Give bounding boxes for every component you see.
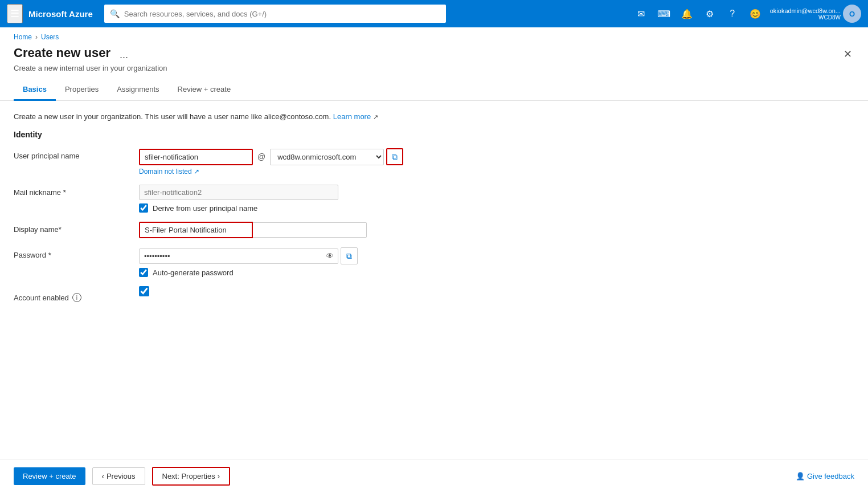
users-breadcrumb[interactable]: Users bbox=[41, 33, 59, 41]
upn-row: User principal name @ wcd8w.onmicrosoft.… bbox=[14, 148, 854, 176]
derive-checkbox-row: Derive from user principal name bbox=[139, 203, 481, 213]
cloud-shell-icon[interactable]: ⌨ bbox=[654, 3, 674, 24]
mail-nickname-input[interactable] bbox=[139, 185, 338, 200]
show-password-button[interactable]: 👁 bbox=[326, 251, 334, 260]
auto-generate-row: Auto-generate password bbox=[139, 268, 481, 277]
main-content: Home › Users Create new user ... ✕ Creat… bbox=[0, 27, 868, 459]
help-icon[interactable]: ? bbox=[722, 3, 743, 24]
copy-upn-button[interactable]: ⧉ bbox=[386, 148, 403, 165]
display-name-control bbox=[139, 222, 481, 238]
display-name-row: Display name* bbox=[14, 222, 854, 238]
nav-icons: ✉ ⌨ 🔔 ⚙ ? 😊 okiokadmin@wcd8w.on... WCD8W… bbox=[631, 3, 861, 24]
notifications-icon[interactable]: 🔔 bbox=[677, 3, 697, 24]
at-sign: @ bbox=[255, 152, 268, 161]
hamburger-menu[interactable]: ☰ bbox=[7, 4, 23, 23]
account-enabled-row: Account enabled i bbox=[14, 286, 854, 302]
external-link-icon: ↗ bbox=[373, 113, 378, 120]
form-info-text: Create a new user in your organization. … bbox=[14, 112, 854, 121]
learn-more-link[interactable]: Learn more bbox=[333, 112, 371, 121]
tab-properties[interactable]: Properties bbox=[56, 79, 108, 101]
search-input[interactable] bbox=[124, 10, 440, 18]
give-feedback-link[interactable]: 👤 Give feedback bbox=[796, 472, 854, 480]
account-enabled-control bbox=[139, 286, 481, 298]
breadcrumb-sep1: › bbox=[35, 33, 38, 41]
password-input[interactable] bbox=[139, 248, 338, 264]
display-name-input-row bbox=[139, 222, 481, 238]
identity-section-title: Identity bbox=[14, 130, 854, 139]
user-info: okiokadmin@wcd8w.on... WCD8W bbox=[770, 7, 841, 21]
page-header: Create new user ... ✕ bbox=[0, 43, 868, 63]
review-create-button[interactable]: Review + create bbox=[14, 467, 85, 485]
close-button[interactable]: ✕ bbox=[841, 46, 854, 63]
search-bar: 🔍 bbox=[104, 5, 446, 23]
settings-icon[interactable]: ⚙ bbox=[699, 3, 720, 24]
email-icon[interactable]: ✉ bbox=[631, 3, 652, 24]
user-name: okiokadmin@wcd8w.on... bbox=[770, 7, 841, 14]
copy-password-icon: ⧉ bbox=[346, 251, 352, 261]
derive-checkbox[interactable] bbox=[139, 203, 148, 213]
upn-input-row: @ wcd8w.onmicrosoft.com ⧉ bbox=[139, 148, 481, 165]
copy-icon: ⧉ bbox=[392, 152, 398, 162]
account-enabled-label-wrap: Account enabled i bbox=[14, 286, 139, 302]
mail-nickname-control: Derive from user principal name bbox=[139, 185, 481, 213]
mail-nickname-label: Mail nickname * bbox=[14, 185, 139, 197]
display-name-input-part1[interactable] bbox=[139, 222, 253, 238]
more-options-button[interactable]: ... bbox=[116, 48, 132, 62]
copy-password-button[interactable]: ⧉ bbox=[341, 247, 358, 264]
brand-name: Microsoft Azure bbox=[28, 9, 93, 19]
password-row: Password * 👁 ⧉ Auto-generate password bbox=[14, 247, 854, 277]
feedback-nav-icon[interactable]: 😊 bbox=[745, 3, 765, 24]
bottom-bar: Review + create ‹ Previous Next: Propert… bbox=[0, 459, 868, 493]
previous-button[interactable]: ‹ Previous bbox=[92, 467, 145, 485]
chevron-right-icon: › bbox=[218, 472, 220, 480]
feedback-person-icon: 👤 bbox=[796, 472, 805, 480]
password-input-row: 👁 ⧉ bbox=[139, 247, 481, 264]
password-label: Password * bbox=[14, 247, 139, 259]
upn-control: @ wcd8w.onmicrosoft.com ⧉ Domain not lis… bbox=[139, 148, 481, 176]
avatar[interactable]: O bbox=[843, 5, 861, 23]
external-link-small-icon: ↗ bbox=[194, 168, 199, 176]
chevron-left-icon: ‹ bbox=[102, 472, 104, 480]
tab-review-create[interactable]: Review + create bbox=[169, 79, 240, 101]
password-input-wrapper: 👁 bbox=[139, 248, 338, 264]
next-button[interactable]: Next: Properties › bbox=[152, 467, 231, 486]
tab-basics[interactable]: Basics bbox=[14, 79, 56, 101]
domain-select[interactable]: wcd8w.onmicrosoft.com bbox=[270, 149, 384, 165]
mail-nickname-row: Mail nickname * Derive from user princip… bbox=[14, 185, 854, 213]
user-sub: WCD8W bbox=[818, 14, 841, 21]
derive-label: Derive from user principal name bbox=[153, 204, 257, 213]
top-navigation: ☰ Microsoft Azure 🔍 ✉ ⌨ 🔔 ⚙ ? 😊 okiokadm… bbox=[0, 0, 868, 27]
upn-input[interactable] bbox=[139, 149, 253, 165]
breadcrumb: Home › Users bbox=[0, 27, 868, 43]
tab-assignments[interactable]: Assignments bbox=[108, 79, 168, 101]
page-subtitle: Create a new internal user in your organ… bbox=[0, 63, 868, 79]
auto-generate-checkbox[interactable] bbox=[139, 268, 148, 277]
page-title: Create new user bbox=[14, 46, 110, 60]
tabs: Basics Properties Assignments Review + c… bbox=[0, 79, 868, 101]
account-enabled-checkbox[interactable] bbox=[139, 286, 149, 296]
account-label-row: Account enabled i bbox=[14, 290, 139, 302]
password-control: 👁 ⧉ Auto-generate password bbox=[139, 247, 481, 277]
domain-not-listed-link[interactable]: Domain not listed ↗ bbox=[139, 168, 481, 176]
auto-generate-label: Auto-generate password bbox=[153, 268, 234, 277]
home-breadcrumb[interactable]: Home bbox=[14, 33, 32, 41]
display-name-input-part2[interactable] bbox=[253, 222, 367, 238]
search-icon: 🔍 bbox=[110, 9, 120, 18]
info-icon[interactable]: i bbox=[72, 293, 81, 302]
form-area: Create a new user in your organization. … bbox=[0, 101, 868, 459]
account-enabled-label: Account enabled bbox=[14, 294, 69, 302]
upn-label: User principal name bbox=[14, 148, 139, 160]
display-name-label: Display name* bbox=[14, 222, 139, 234]
